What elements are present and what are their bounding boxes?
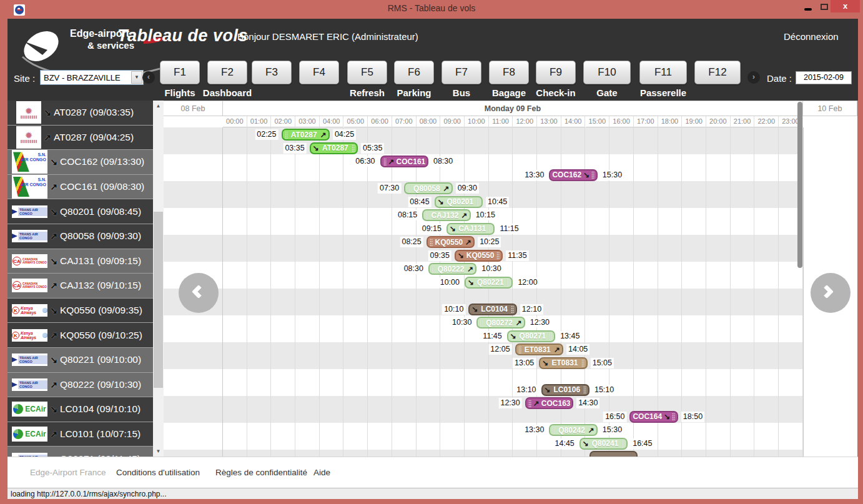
sidebar-flight-item[interactable]: ✹↘AT0287 (09/03:35) [7,101,153,126]
drag-handle-icon[interactable] [621,440,624,447]
flight-bar-kq0550[interactable]: ↘KQ0550 [455,250,503,262]
bar-start-time: 08:15 [396,210,419,220]
prev-day-nav-button[interactable] [179,273,219,313]
fkey-f12-button[interactable]: F12 [694,61,741,84]
drag-handle-icon[interactable] [518,346,521,353]
fkey-f5-button[interactable]: F5 [347,61,387,84]
flight-bar-q80241[interactable]: ↘Q80241 [579,438,628,450]
flight-bar-lc0106[interactable]: ↘LC0106 [541,384,589,396]
flight-bar-coc164[interactable]: COC164↘ [629,411,678,423]
scroll-down-icon[interactable]: ▼ [153,446,164,457]
flight-bar-caj131[interactable]: ↘CAJ131 [446,223,495,235]
sidebar-flight-item[interactable]: TRANS AIR CONGO↘Q80221 (09/10:00) [7,348,153,373]
sidebar-flight-item[interactable]: KKenya Airways↗KQ0550 (09/10:25) [7,323,153,348]
sidebar-flight-item[interactable]: TRANS AIR CONGO↘Q80201 (09/08:45) [7,199,153,224]
sidebar-flight-item[interactable]: TRANS AIR CONGO↗Q80222 (09/10:30) [7,373,153,398]
flight-bar-q80242[interactable]: Q80242↗ [549,424,597,436]
fkey-f1-button[interactable]: F1 [160,61,200,84]
bar-flight-label: AT0287 [322,144,348,152]
flight-bar-q80201[interactable]: ↘Q80201 [435,196,483,208]
flight-bar-coc163[interactable]: ↗COC163 [525,397,573,409]
minimize-button[interactable] [801,0,816,14]
flight-bar-q80271[interactable]: ↘Q80271 [507,330,555,342]
logout-link[interactable]: Déconnexion [784,31,839,42]
drag-handle-icon[interactable] [496,252,500,259]
drag-handle-icon[interactable] [672,413,675,420]
bar-flight-label: KQ0550 [466,251,495,260]
drag-handle-icon[interactable] [581,359,584,367]
fkey-f4-button[interactable]: F4 [299,61,339,84]
drag-handle-icon[interactable] [488,225,491,232]
drag-handle-icon[interactable] [552,427,555,434]
flight-label: CAJ132 (09/10:15) [60,280,141,291]
flight-bar-kq0550[interactable]: KQ0550↗ [427,236,475,248]
date-input[interactable]: 2015-02-09 [796,71,852,84]
fkey-f10-button[interactable]: F10 [583,61,631,84]
fkey-f7-button[interactable]: F7 [441,61,481,84]
sidebar-flight-item[interactable]: S.N.AIR CONGO↗COC161 (09/08:30) [7,175,153,200]
flight-bar-at0287[interactable]: ↘AT0287 [310,142,358,154]
flight-bar-at0287[interactable]: AT0287↗ [282,129,330,141]
flight-bar-q80221[interactable]: ↘Q80221 [465,277,513,289]
drag-handle-icon[interactable] [285,131,288,139]
next-day-small-button[interactable]: › [747,71,760,84]
hour-tick: 18:00 [658,116,683,127]
drag-handle-icon[interactable] [425,212,428,219]
flight-bar-q80058[interactable]: Q80058↗ [404,182,452,194]
next-day-nav-button[interactable] [811,273,851,313]
scroll-up-icon[interactable]: ▲ [153,101,164,111]
sidebar-flight-item[interactable]: CACANADIANAIRWAYS CONGO↗CAJ132 (09/10:15… [7,274,153,299]
drag-handle-icon[interactable] [352,144,355,152]
footer-link-4[interactable]: Aide [313,468,330,477]
drag-handle-icon[interactable] [383,158,387,166]
drag-handle-icon[interactable] [476,198,480,205]
drag-handle-icon[interactable] [591,171,594,179]
flight-bar-q80222[interactable]: Q80222↗ [428,263,476,275]
drag-handle-icon[interactable] [506,279,510,286]
flight-bar-coc161[interactable]: ↗COC161 [380,156,428,167]
chevron-down-icon[interactable]: ▼ [131,71,142,84]
sidebar-flight-item[interactable]: S.N.AIR CONGO↘COC162 (09/13:30) [7,150,153,175]
fkey-f11-button[interactable]: F11 [639,61,687,84]
bar-start-time: 13:30 [523,425,546,435]
footer-link-2[interactable]: Conditions d'utilisation [116,468,200,477]
drag-handle-icon[interactable] [549,332,552,340]
sidebar-flight-item[interactable]: TRANS AIR CONGO↗Q80058 (09/09:30) [7,224,153,249]
prev-day-small-button[interactable]: ‹ [142,71,155,84]
drag-handle-icon[interactable] [528,400,531,407]
drag-handle-icon[interactable] [480,319,483,327]
flight-bar-et0831[interactable]: ET0831↗ [515,343,563,355]
fkey-f3-button[interactable]: F3 [252,61,292,84]
sidebar-flight-item[interactable]: TRANS AIR CONGO↘Q80271 (09/11:45) [7,447,153,457]
fkey-f6-button[interactable]: F6 [394,61,434,84]
fkey-f9-button[interactable]: F9 [536,61,576,84]
sidebar-scrollbar[interactable]: ▲ ▼ [153,101,164,457]
fkey-f2-button[interactable]: F2 [207,61,247,84]
close-button[interactable]: x [831,0,860,12]
sidebar-flight-item[interactable]: KKenya Airways↘KQ0550 (09/09:35) [7,299,153,324]
bar-start-time: 08:25 [400,237,423,247]
site-select[interactable]: BZV - BRAZZAVILLE ▼ [40,70,144,85]
sidebar-scrollbar-thumb[interactable] [154,212,163,388]
footer-link-3[interactable]: Règles de confidentialité [215,468,307,477]
drag-handle-icon[interactable] [432,265,435,273]
flight-bar-lc0104[interactable]: ↘LC0104 [468,304,516,315]
sidebar-flight-item[interactable]: ✹↗AT0287 (09/04:25) [7,126,153,151]
sidebar-flight-item[interactable]: ECAir↗LC0101 (10/07:15) [7,422,153,447]
timeline-scrollbar-thumb[interactable] [797,102,802,268]
drag-handle-icon[interactable] [407,185,410,192]
drag-handle-icon[interactable] [511,305,514,313]
drag-handle-icon[interactable] [583,386,586,393]
flight-bar-et0831[interactable]: ↘ET0831 [539,357,587,369]
bar-start-time: 10:00 [438,277,461,288]
sidebar-flight-item[interactable]: ECAir↘LC0104 (09/10:10) [7,397,153,422]
flight-bar-q80272[interactable]: Q80272↗ [476,317,525,329]
drag-handle-icon[interactable] [430,239,433,246]
sidebar-flight-item[interactable]: CACANADIANAIRWAYS CONGO↘CAJ131 (09/09:15… [7,249,153,274]
grid-column [417,127,441,457]
flight-bar-coc162[interactable]: COC162↘ [549,169,597,181]
flight-bar-caj132[interactable]: CAJ132↗ [422,209,470,221]
fkey-f8-button[interactable]: F8 [489,61,529,84]
departure-icon: ↗ [467,265,473,273]
maximize-button[interactable] [817,0,832,14]
